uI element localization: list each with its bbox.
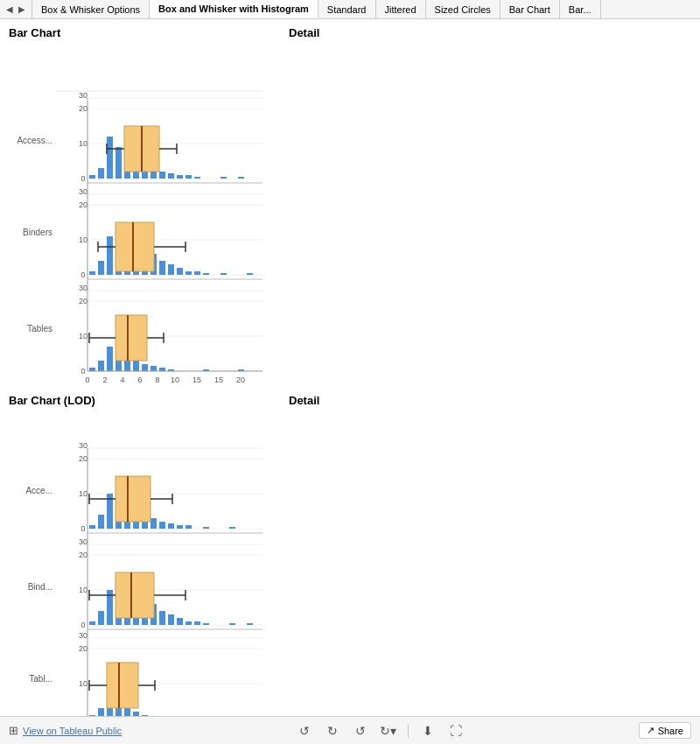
bar-chart-lod-block: Bar Chart (LOD) Acce... 0 10 20 30 — [9, 394, 271, 716]
svg-rect-67 — [159, 368, 165, 371]
svg-rect-22 — [194, 177, 200, 179]
undo-icon[interactable]: ↺ — [296, 722, 313, 740]
svg-text:10: 10 — [79, 489, 88, 498]
svg-rect-46 — [194, 271, 200, 275]
bar-chart-lod-detail: Detail — [271, 394, 691, 716]
svg-rect-19 — [168, 173, 174, 179]
svg-rect-130 — [168, 614, 174, 625]
bar-chart-lod-detail-title: Detail — [289, 394, 691, 407]
redo-with-arrow-icon[interactable]: ↻▾ — [380, 722, 397, 740]
section-bar-chart: Bar Chart Access... 0 10 20 30 — [9, 26, 691, 387]
svg-text:0: 0 — [80, 174, 85, 183]
tab-sized-circles[interactable]: Sized Circles — [426, 0, 500, 18]
svg-text:8: 8 — [155, 376, 159, 384]
svg-text:0: 0 — [80, 524, 85, 533]
svg-text:20: 20 — [79, 551, 88, 559]
svg-rect-92 — [98, 515, 104, 529]
footer: ⊞ View on Tableau Public ↺ ↻ ↺ ↻▾ ⬇ ⛶ ↗ … — [0, 716, 700, 744]
svg-rect-20 — [177, 175, 183, 179]
svg-rect-43 — [168, 264, 174, 275]
main-content: Bar Chart Access... 0 10 20 30 — [0, 19, 700, 716]
download-icon[interactable]: ⬇ — [419, 722, 437, 740]
y-label-tables: Tables — [27, 324, 52, 333]
bar-chart-detail-title: Detail — [289, 26, 691, 39]
svg-rect-36 — [107, 236, 113, 275]
svg-rect-103 — [203, 527, 209, 529]
svg-text:Acce...: Acce... — [25, 486, 52, 495]
svg-rect-104 — [229, 527, 235, 529]
svg-rect-42 — [159, 261, 165, 275]
svg-rect-12 — [107, 137, 113, 179]
svg-text:Tabl...: Tabl... — [29, 674, 52, 684]
footer-right: ↗ Share — [639, 722, 691, 739]
svg-rect-137 — [116, 572, 154, 618]
svg-rect-121 — [89, 621, 95, 625]
svg-text:10: 10 — [79, 679, 88, 688]
svg-text:10: 10 — [171, 376, 179, 384]
svg-text:10: 10 — [79, 235, 88, 244]
svg-text:10: 10 — [79, 332, 88, 340]
svg-rect-60 — [98, 361, 104, 371]
svg-rect-99 — [159, 522, 165, 529]
svg-rect-122 — [98, 611, 104, 625]
svg-rect-135 — [229, 623, 235, 625]
svg-rect-45 — [186, 271, 192, 275]
svg-rect-65 — [142, 364, 148, 371]
svg-text:20: 20 — [79, 644, 88, 653]
fullscreen-icon[interactable]: ⛶ — [447, 722, 465, 740]
svg-rect-21 — [186, 175, 192, 179]
svg-rect-101 — [177, 525, 183, 529]
svg-rect-61 — [107, 347, 113, 371]
svg-text:10: 10 — [79, 586, 88, 594]
redo-icon[interactable]: ↻ — [324, 722, 341, 740]
tab-bar-chart[interactable]: Bar Chart — [500, 0, 560, 18]
svg-rect-10 — [89, 175, 95, 179]
svg-rect-44 — [177, 268, 183, 275]
svg-text:15: 15 — [214, 376, 223, 384]
bar-chart-svg: Access... 0 10 20 30 — [9, 43, 267, 384]
svg-rect-129 — [159, 611, 165, 625]
svg-rect-91 — [89, 525, 95, 529]
svg-rect-102 — [186, 525, 192, 529]
svg-rect-66 — [150, 366, 157, 371]
svg-rect-131 — [177, 618, 183, 625]
svg-text:20: 20 — [79, 200, 88, 209]
svg-rect-163 — [107, 663, 138, 708]
tab-box-whisker-options[interactable]: Box & Whisker Options — [32, 0, 150, 18]
bind-lod-histogram — [89, 576, 253, 625]
nav-arrow-group: ◀ ▶ — [0, 0, 32, 18]
svg-text:20: 20 — [236, 376, 245, 384]
share-label: Share — [658, 726, 683, 736]
binders-histogram — [89, 222, 253, 275]
svg-rect-98 — [150, 518, 157, 529]
undo2-icon[interactable]: ↺ — [352, 722, 369, 740]
tab-bar-more[interactable]: Bar... — [560, 0, 601, 18]
next-arrow[interactable]: ▶ — [16, 4, 28, 14]
svg-rect-11 — [98, 168, 104, 179]
svg-text:0: 0 — [80, 621, 85, 629]
y-label-access: Access... — [17, 136, 52, 145]
svg-text:30: 30 — [79, 631, 88, 640]
tableau-grid-icon: ⊞ — [9, 724, 18, 737]
svg-text:0: 0 — [85, 376, 89, 384]
svg-rect-35 — [98, 261, 104, 275]
svg-rect-132 — [186, 621, 192, 625]
footer-center: ↺ ↻ ↺ ↻▾ ⬇ ⛶ — [296, 722, 465, 740]
svg-rect-157 — [124, 708, 130, 716]
svg-rect-105 — [116, 476, 150, 522]
tab-box-whisker-histogram[interactable]: Box and Whisker with Histogram — [150, 0, 318, 18]
tab-standard[interactable]: Standard — [318, 0, 376, 18]
tables-box — [116, 315, 147, 361]
svg-rect-59 — [89, 368, 95, 371]
footer-left: ⊞ View on Tableau Public — [9, 724, 122, 737]
tab-jittered[interactable]: Jittered — [376, 0, 426, 18]
svg-text:15: 15 — [192, 376, 201, 384]
share-button[interactable]: ↗ Share — [639, 722, 691, 739]
tableau-public-link[interactable]: View on Tableau Public — [23, 726, 122, 736]
svg-text:20: 20 — [79, 297, 88, 305]
prev-arrow[interactable]: ◀ — [4, 4, 16, 14]
svg-text:20: 20 — [79, 104, 88, 113]
svg-text:0: 0 — [80, 270, 85, 279]
svg-rect-100 — [168, 523, 174, 529]
bar-chart-lod-svg: Acce... 0 10 20 30 — [9, 411, 267, 716]
